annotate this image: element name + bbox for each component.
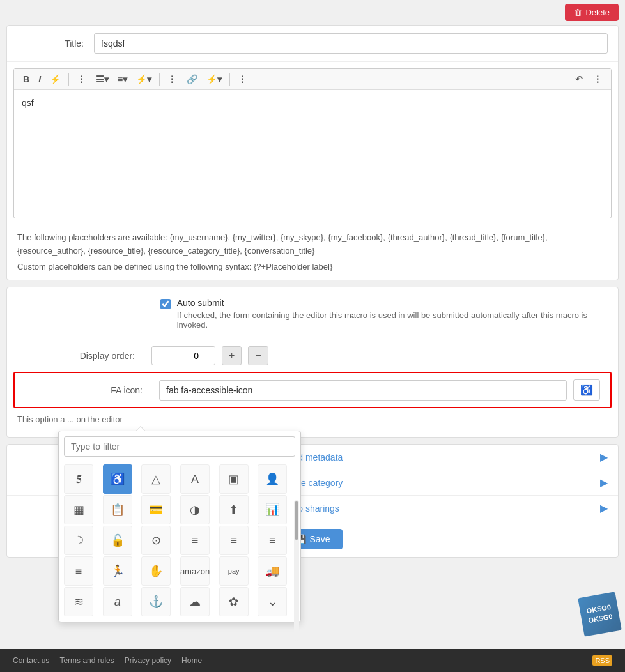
- link-button[interactable]: 🔗: [183, 72, 201, 87]
- icon-item[interactable]: ⬆: [219, 495, 249, 524]
- icon-item[interactable]: ✋: [141, 556, 171, 586]
- autosubmit-label-wrap: Auto submit If checked, the form contain…: [177, 298, 608, 330]
- change-category-arrow: ▶: [600, 477, 608, 489]
- icon-item[interactable]: ☽: [64, 526, 93, 555]
- list-group: ☰▾ ≡▾ ⚡▾ ⋮: [92, 72, 180, 87]
- picker-arrow: [135, 426, 146, 431]
- icon-item[interactable]: ✿: [219, 587, 249, 616]
- icon-scrollbar[interactable]: [294, 500, 299, 641]
- dots-btn-2[interactable]: ⋮: [164, 72, 180, 87]
- fa-icon-picker-btn[interactable]: ♿: [573, 379, 600, 401]
- format-group: B I ⚡ ⋮: [19, 72, 89, 87]
- icon-item[interactable]: ≡: [180, 526, 210, 555]
- lightning-btn-3[interactable]: ⚡▾: [203, 72, 226, 87]
- editor-text: qsf: [22, 98, 34, 108]
- display-order-row: Display order: + −: [7, 340, 618, 372]
- editor-toolbar: B I ⚡ ⋮ ☰▾ ≡▾ ⚡▾ ⋮ 🔗 ⚡▾ ⋮: [14, 69, 611, 90]
- icon-item[interactable]: A: [180, 464, 210, 494]
- delete-label: Delete: [585, 8, 610, 17]
- dots-btn-4[interactable]: ⋮: [589, 72, 606, 87]
- icon-item[interactable]: 📋: [103, 495, 132, 524]
- lightning-btn-1[interactable]: ⚡: [46, 72, 65, 87]
- icon-item[interactable]: 🚚: [258, 556, 287, 586]
- icon-item[interactable]: ▣: [219, 464, 249, 494]
- icon-item-selected[interactable]: ♿: [103, 464, 132, 494]
- icon-item[interactable]: 𝟓: [64, 464, 93, 494]
- list-button[interactable]: ☰▾: [92, 72, 112, 87]
- display-order-input[interactable]: [151, 346, 215, 365]
- icon-item[interactable]: ▦: [64, 495, 93, 524]
- icon-item[interactable]: ⊙: [141, 526, 171, 555]
- icon-item[interactable]: 💳: [141, 495, 171, 524]
- icon-item[interactable]: 📊: [258, 495, 287, 524]
- icon-item[interactable]: ≡: [219, 526, 249, 555]
- watermark-inner: OKSG0OKSG0: [578, 592, 622, 637]
- icon-item[interactable]: ≡: [64, 556, 93, 586]
- editor-content[interactable]: qsf: [14, 90, 611, 218]
- title-row: Title:: [7, 26, 618, 62]
- decrement-button[interactable]: −: [248, 346, 268, 365]
- increment-button[interactable]: +: [222, 346, 242, 365]
- scrollbar-thumb: [295, 501, 298, 540]
- trash-icon: 🗑: [574, 8, 582, 17]
- icon-item[interactable]: 👤: [258, 464, 287, 494]
- link-group: 🔗 ⚡▾ ⋮: [183, 72, 251, 87]
- fa-icon-input[interactable]: [159, 380, 567, 401]
- icon-item[interactable]: ⌄: [258, 587, 287, 616]
- fa-icon-row: FA icon: ♿: [13, 372, 612, 408]
- icon-item[interactable]: 🔓: [103, 526, 132, 555]
- macro-sharings-arrow: ▶: [600, 502, 608, 514]
- placeholder-custom: Custom placeholders can be defined using…: [17, 261, 608, 274]
- save-label: Save: [310, 534, 330, 544]
- fa-icon-label: FA icon:: [25, 385, 153, 395]
- icon-item[interactable]: ≡: [258, 526, 287, 555]
- icon-grid: 𝟓 ♿ △ A ▣ 👤 ▦ 📋 💳 ◑ ⬆ 📊 ☽: [59, 462, 300, 622]
- icon-picker-dropdown: 𝟓 ♿ △ A ▣ 👤 ▦ 📋 💳 ◑ ⬆ 📊 ☽: [58, 431, 301, 622]
- dots-btn-3[interactable]: ⋮: [234, 72, 251, 87]
- icon-item[interactable]: 🏃: [103, 556, 132, 586]
- sep-2: [159, 73, 160, 86]
- icon-item[interactable]: amazon: [180, 556, 210, 586]
- placeholder-info: The following placeholders are available…: [7, 225, 618, 280]
- page-wrapper: 🗑 Delete Title: B I ⚡ ⋮ ☰▾ ≡▾: [0, 0, 625, 672]
- footer: Contact us Terms and rules Privacy polic…: [0, 649, 625, 672]
- icon-item[interactable]: ☁: [180, 587, 210, 616]
- italic-button[interactable]: I: [35, 72, 45, 87]
- icon-item[interactable]: △: [141, 464, 171, 494]
- contact-link[interactable]: Contact us: [13, 656, 49, 665]
- lightning-btn-2[interactable]: ⚡▾: [132, 72, 155, 87]
- editor-wrapper: B I ⚡ ⋮ ☰▾ ≡▾ ⚡▾ ⋮ 🔗 ⚡▾ ⋮: [13, 68, 612, 218]
- icon-item[interactable]: pay: [219, 556, 249, 586]
- icon-item[interactable]: a: [103, 587, 132, 616]
- align-button[interactable]: ≡▾: [114, 72, 131, 87]
- privacy-link[interactable]: Privacy policy: [125, 656, 171, 665]
- placeholder-available: The following placeholders are available…: [17, 231, 608, 258]
- fa-icon-desc: This option a ... on the editor: [7, 415, 618, 431]
- top-bar: 🗑 Delete: [0, 0, 625, 25]
- dots-btn-1[interactable]: ⋮: [73, 72, 89, 87]
- fa-icon-section: FA icon: ♿ This option a ... on the edit…: [7, 372, 618, 431]
- autosubmit-label: Auto submit: [177, 298, 608, 308]
- autosubmit-desc: If checked, the form containing the edit…: [177, 310, 608, 330]
- icon-item[interactable]: ≋: [64, 587, 93, 616]
- autosubmit-checkbox[interactable]: [160, 299, 171, 309]
- fa-icon-input-wrap: [159, 380, 567, 401]
- undo-button[interactable]: ↶: [571, 72, 587, 87]
- home-link[interactable]: Home: [181, 656, 202, 665]
- rss-icon[interactable]: RSS: [592, 655, 612, 666]
- title-input[interactable]: [94, 33, 608, 54]
- thread-metadata-arrow: ▶: [600, 451, 608, 463]
- bold-button[interactable]: B: [19, 72, 33, 87]
- icon-grid-wrapper: 𝟓 ♿ △ A ▣ 👤 ▦ 📋 💳 ◑ ⬆ 📊 ☽: [59, 462, 300, 622]
- autosubmit-row: Auto submit If checked, the form contain…: [7, 287, 618, 340]
- icon-filter-input[interactable]: [64, 436, 295, 457]
- watermark: OKSG0OKSG0: [581, 595, 619, 634]
- display-order-label: Display order:: [17, 351, 145, 361]
- toolbar-right: ↶ ⋮: [571, 72, 606, 87]
- icon-item[interactable]: ◑: [180, 495, 210, 524]
- icon-item[interactable]: ⚓: [141, 587, 171, 616]
- delete-button[interactable]: 🗑 Delete: [565, 4, 619, 21]
- settings-section: Auto submit If checked, the form contain…: [6, 287, 619, 438]
- terms-link[interactable]: Terms and rules: [59, 656, 114, 665]
- footer-links: Contact us Terms and rules Privacy polic…: [13, 656, 202, 665]
